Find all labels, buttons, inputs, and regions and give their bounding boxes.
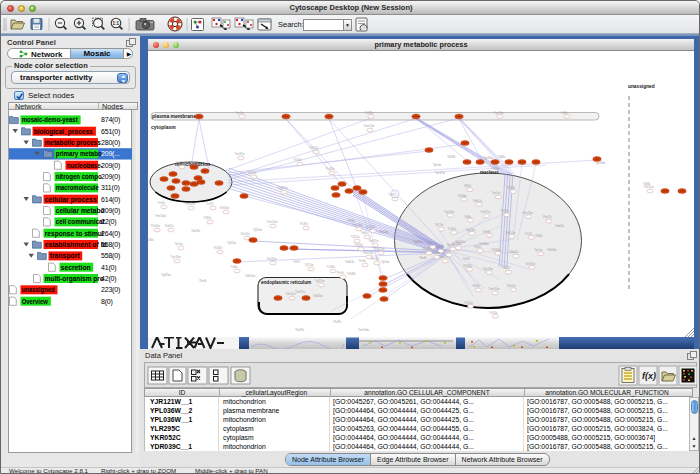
svg-text:280(0): 280(0) [101, 139, 120, 147]
svg-text:Ypr1w: Ypr1w [492, 191, 501, 195]
svg-text:Ygr19w: Ygr19w [483, 267, 494, 271]
svg-text:Yfr44w: Yfr44w [457, 194, 467, 198]
svg-text:Yjl12w: Yjl12w [253, 228, 263, 232]
svg-text:Ylr29c: Ylr29c [500, 209, 509, 213]
svg-text:Ycl30c: Ycl30c [489, 311, 499, 315]
svg-text:Ynl7c: Ynl7c [207, 202, 215, 206]
svg-text:Ybr52c: Ybr52c [371, 257, 381, 261]
svg-text:plasma membrane: plasma membrane [152, 113, 196, 119]
svg-text:Yhr8c: Yhr8c [199, 279, 207, 283]
svg-text:cellular process: cellular process [45, 195, 97, 203]
svg-text:Yjl12w: Yjl12w [248, 171, 258, 175]
svg-text:Ymr10w: Ymr10w [155, 214, 167, 218]
svg-text:biological_process: biological_process [34, 127, 93, 135]
svg-text:Ydl4c: Ydl4c [561, 111, 569, 115]
svg-text:Yor37w: Yor37w [369, 239, 380, 243]
svg-text:Ygl25w: Ygl25w [161, 273, 172, 277]
svg-text:42(0): 42(0) [101, 275, 116, 283]
svg-text:Yel63w: Yel63w [479, 242, 489, 246]
svg-text:Yil92c: Yil92c [463, 184, 472, 188]
svg-text:Yil92c: Yil92c [443, 249, 452, 253]
svg-text:multi-organism pro: multi-organism pro [45, 275, 104, 283]
svg-text:Ydl4c: Ydl4c [231, 265, 239, 269]
svg-text:Ydr51w: Ydr51w [455, 240, 466, 244]
svg-text:Ypr1w: Ypr1w [381, 260, 390, 264]
svg-text:Yor37w: Yor37w [525, 262, 536, 266]
svg-text:Ypr1w: Ypr1w [433, 163, 442, 167]
svg-text:Yhr8c: Yhr8c [359, 259, 367, 263]
svg-text:primary metabo: primary metabo [56, 150, 102, 158]
svg-text:unassigned: unassigned [628, 84, 655, 89]
svg-text:209(...: 209(... [101, 150, 120, 158]
svg-text:Yel63w: Yel63w [313, 294, 323, 298]
svg-text:transport: transport [50, 252, 81, 260]
svg-text:Ykl28c: Ykl28c [463, 264, 473, 268]
svg-text:Ycl30c: Ycl30c [148, 238, 155, 242]
svg-text:Ydr51w: Ydr51w [185, 202, 196, 206]
svg-text:cell communicat: cell communicat [56, 218, 106, 225]
svg-text:Yil92c: Yil92c [204, 216, 213, 220]
svg-text:Yil92c: Yil92c [535, 234, 544, 238]
svg-text:Ylr29c: Ylr29c [355, 243, 364, 247]
svg-text:Yob11c: Yob11c [473, 199, 483, 203]
svg-text:Ydl4c: Ydl4c [643, 182, 651, 186]
svg-text:Yel63w: Yel63w [220, 206, 230, 210]
svg-text:614(0): 614(0) [101, 195, 120, 203]
svg-text:Ylr29c: Ylr29c [491, 167, 500, 171]
svg-text:Ykl28c: Ykl28c [365, 111, 375, 115]
svg-text:Yor37w: Yor37w [267, 257, 278, 261]
svg-text:nitrogen compo: nitrogen compo [56, 173, 102, 181]
svg-text:Ymr10w: Ymr10w [522, 211, 534, 215]
svg-text:Yjl12w: Yjl12w [464, 301, 474, 305]
svg-text:Overview: Overview [22, 297, 48, 304]
svg-text:Ygl25w: Ygl25w [278, 186, 289, 190]
svg-text:Yob11c: Yob11c [165, 224, 175, 228]
svg-text:Ybr52c: Ybr52c [310, 146, 320, 150]
svg-text:Ycl30c: Ycl30c [326, 167, 336, 171]
svg-text:secretion: secretion [61, 263, 91, 270]
svg-text:Ymr10w: Ymr10w [363, 251, 375, 255]
svg-text:Ymr10w: Ymr10w [358, 328, 370, 332]
svg-text:209(0): 209(0) [101, 173, 120, 181]
svg-text:Yhr8c: Yhr8c [419, 256, 427, 260]
svg-text:Ygr19w: Ygr19w [483, 156, 494, 160]
svg-text:Yor37w: Yor37w [235, 152, 246, 156]
svg-text:Yob11c: Yob11c [509, 250, 519, 254]
svg-text:Ylr29c: Ylr29c [294, 158, 303, 162]
svg-text:Ykl28c: Ykl28c [214, 246, 224, 250]
svg-text:1:1: 1:1 [113, 21, 120, 26]
svg-text:Ycl30c: Ycl30c [367, 225, 377, 229]
svg-text:cytoplasm: cytoplasm [151, 124, 176, 130]
svg-text:874(0): 874(0) [101, 116, 120, 124]
svg-text:Ygr19w: Ygr19w [353, 223, 364, 227]
svg-text:Ylr29c: Ylr29c [472, 284, 481, 288]
svg-text:Ypr1w: Ypr1w [236, 111, 245, 115]
svg-text:Ybr52c: Ybr52c [191, 229, 201, 233]
svg-text:Yor37w: Yor37w [435, 171, 446, 175]
svg-text:endoplasmic reticulum: endoplasmic reticulum [261, 280, 311, 285]
svg-text:Ylr29c: Ylr29c [300, 222, 309, 226]
svg-text:558(0): 558(0) [101, 241, 120, 249]
svg-text:Ycl30c: Ycl30c [327, 265, 337, 269]
svg-text:Ypr1w: Ypr1w [534, 248, 543, 252]
svg-text:Ydr51w: Ydr51w [245, 274, 256, 278]
svg-text:22(0): 22(0) [101, 218, 116, 226]
svg-text:Yil92c: Yil92c [347, 219, 356, 223]
svg-text:Yjl12w: Yjl12w [351, 235, 361, 239]
svg-text:nucleobase-: nucleobase- [67, 161, 104, 168]
svg-text:Yjl12w: Yjl12w [435, 223, 445, 227]
svg-text:Ygl25w: Ygl25w [413, 240, 424, 244]
svg-text:Ydl4c: Ydl4c [502, 266, 510, 270]
svg-text:Ynl7c: Ynl7c [427, 241, 435, 245]
svg-text:209(0): 209(0) [101, 161, 120, 169]
svg-text:264(0): 264(0) [101, 229, 120, 237]
svg-text:Ygr19w: Ygr19w [171, 255, 182, 259]
svg-text:metabolic process: metabolic process [45, 139, 101, 147]
svg-text:Yfr44w: Yfr44w [491, 248, 501, 252]
svg-text:establishment of lo: establishment of lo [45, 241, 107, 248]
svg-text:558(0): 558(0) [101, 252, 120, 260]
svg-text:mosaic-demo-yeast: mosaic-demo-yeast [22, 116, 79, 124]
svg-text:Yhr8c: Yhr8c [483, 230, 491, 234]
svg-text:651(0): 651(0) [101, 127, 120, 135]
svg-text:Ydl4c: Ydl4c [464, 215, 472, 219]
